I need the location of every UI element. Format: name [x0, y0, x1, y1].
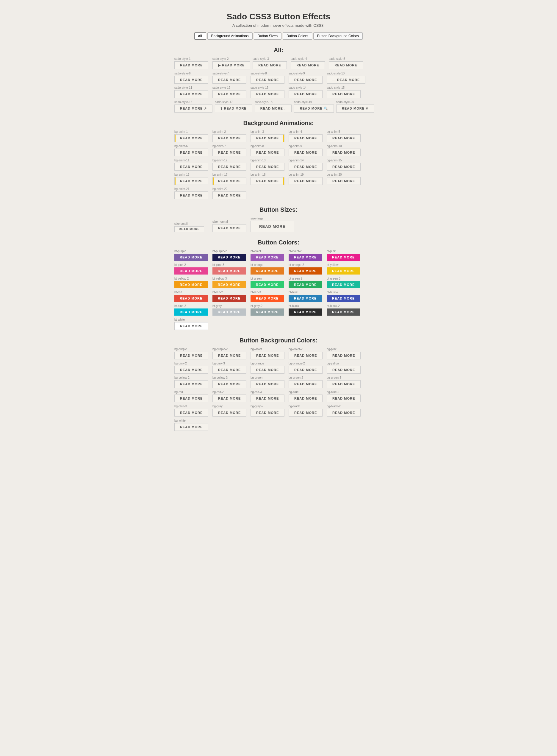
- btn-size-normal[interactable]: READ MORE: [212, 224, 246, 232]
- btn-bg-blue[interactable]: READ MORE: [289, 394, 323, 402]
- btn-bg-anim-9[interactable]: READ MORE: [289, 148, 323, 156]
- btn-sado-16[interactable]: READ MORE ↗: [174, 105, 212, 113]
- btn-bg-anim-7[interactable]: READ MORE: [212, 148, 246, 156]
- btn-bt-black[interactable]: READ MORE: [289, 308, 322, 316]
- btn-sado-12[interactable]: READ MORE: [212, 90, 246, 98]
- btn-bt-blue2[interactable]: READ MORE: [327, 295, 360, 302]
- btn-bg-red[interactable]: READ MORE: [174, 394, 208, 402]
- btn-sado-2[interactable]: ▶ READ MORE: [212, 61, 250, 69]
- btn-bt-red[interactable]: READ MORE: [174, 295, 208, 302]
- btn-sado-5[interactable]: READ MORE: [329, 61, 363, 69]
- filter-btn-colors[interactable]: Button Colors: [283, 32, 312, 39]
- btn-bg-anim-12[interactable]: READ MORE: [212, 163, 246, 171]
- btn-bg-purple2[interactable]: READ MORE: [212, 352, 246, 359]
- btn-bg-orange2[interactable]: READ MORE: [289, 366, 323, 374]
- btn-bg-anim-20[interactable]: READ MORE: [327, 177, 361, 185]
- btn-bt-gray[interactable]: READ MORE: [212, 308, 246, 316]
- btn-bt-red2[interactable]: READ MORE: [212, 295, 246, 302]
- btn-bt-green[interactable]: READ MORE: [251, 281, 284, 288]
- btn-bt-gray2[interactable]: READ MORE: [251, 308, 284, 316]
- btn-sado-3[interactable]: READ MORE: [253, 61, 287, 69]
- btn-bg-orange[interactable]: READ MORE: [251, 366, 285, 374]
- btn-bg-anim-4[interactable]: READ MORE: [289, 134, 323, 142]
- btn-bg-black2[interactable]: READ MORE: [327, 409, 361, 417]
- btn-bg-anim-19[interactable]: READ MORE: [289, 177, 323, 185]
- btn-bg-red2[interactable]: READ MORE: [212, 394, 246, 402]
- filter-btn-bg-colors[interactable]: Button Background Colors: [313, 32, 363, 39]
- btn-sado-20[interactable]: READ MORE ∨: [336, 105, 374, 113]
- btn-bg-anim-3[interactable]: READ MORE: [251, 134, 285, 142]
- filter-bg-anim[interactable]: Background Animations: [207, 32, 253, 39]
- filter-btn-sizes[interactable]: Button Sizes: [254, 32, 282, 39]
- btn-bg-yellow3[interactable]: READ MORE: [212, 380, 246, 388]
- btn-bg-anim-8[interactable]: READ MORE: [251, 148, 285, 156]
- btn-sado-14[interactable]: READ MORE: [289, 90, 323, 98]
- btn-bt-black2[interactable]: READ MORE: [327, 308, 360, 316]
- btn-bg-anim-14[interactable]: READ MORE: [289, 163, 323, 171]
- btn-bg-green2[interactable]: READ MORE: [289, 380, 323, 388]
- btn-bg-black[interactable]: READ MORE: [289, 409, 323, 417]
- btn-sado-19[interactable]: READ MORE 🔍: [294, 105, 333, 113]
- btn-bg-yellow[interactable]: READ MORE: [327, 366, 361, 374]
- btn-bt-yellow3[interactable]: READ MORE: [212, 281, 246, 288]
- btn-bg-white[interactable]: READ MORE: [174, 423, 208, 431]
- btn-bg-anim-1[interactable]: READ MORE: [174, 134, 208, 142]
- btn-bt-yellow2[interactable]: READ MORE: [174, 281, 208, 288]
- btn-bg-anim-21[interactable]: READ MORE: [174, 192, 208, 199]
- btn-bt-white[interactable]: READ MORE: [174, 322, 208, 330]
- btn-sado-18[interactable]: READ MORE ↓: [255, 105, 292, 112]
- btn-bg-anim-18[interactable]: READ MORE: [251, 177, 285, 185]
- btn-sado-4[interactable]: READ MORE: [291, 61, 325, 69]
- btn-bg-anim-16[interactable]: READ MORE: [174, 177, 208, 185]
- btn-bg-anim-6[interactable]: READ MORE: [174, 148, 208, 156]
- btn-bg-pink[interactable]: READ MORE: [327, 352, 361, 359]
- btn-bg-violet[interactable]: READ MORE: [251, 352, 285, 359]
- btn-size-large[interactable]: READ MORE: [251, 221, 294, 232]
- btn-bt-pink2[interactable]: READ MORE: [174, 268, 208, 275]
- btn-bt-pink[interactable]: READ MORE: [327, 254, 360, 261]
- btn-bt-yellow[interactable]: READ MORE: [327, 268, 360, 275]
- btn-sado-8[interactable]: READ MORE: [251, 76, 285, 84]
- btn-bg-blue2[interactable]: READ MORE: [327, 394, 361, 402]
- btn-bt-purple[interactable]: READ MORE: [174, 254, 208, 261]
- btn-bg-anim-22[interactable]: READ MORE: [212, 192, 246, 199]
- filter-all[interactable]: all: [194, 32, 206, 39]
- btn-bg-violet2[interactable]: READ MORE: [289, 352, 323, 359]
- btn-bt-blue[interactable]: READ MORE: [289, 295, 322, 302]
- btn-sado-6[interactable]: READ MORE: [174, 76, 208, 84]
- btn-bt-violet[interactable]: READ MORE: [251, 254, 284, 261]
- btn-bt-pink3[interactable]: READ MORE: [212, 268, 246, 275]
- btn-bt-purple2[interactable]: READ MORE: [212, 254, 246, 261]
- btn-sado-9[interactable]: READ MORE: [289, 76, 323, 84]
- btn-bt-orange[interactable]: READ MORE: [251, 268, 284, 275]
- btn-sado-17[interactable]: $ READ MORE: [215, 105, 252, 112]
- btn-bt-red3[interactable]: READ MORE: [251, 295, 284, 302]
- btn-sado-13[interactable]: READ MORE: [251, 90, 285, 98]
- btn-sado-15[interactable]: READ MORE: [327, 90, 361, 98]
- btn-bg-anim-5[interactable]: READ MORE: [327, 134, 361, 142]
- btn-bt-green2[interactable]: READ MORE: [289, 281, 322, 288]
- btn-bg-red3[interactable]: READ MORE: [251, 394, 285, 402]
- btn-bg-green[interactable]: READ MORE: [251, 380, 285, 388]
- btn-bg-purple[interactable]: READ MORE: [174, 352, 208, 359]
- btn-bg-gray[interactable]: READ MORE: [212, 409, 246, 417]
- btn-bt-orange2[interactable]: READ MORE: [289, 268, 322, 275]
- btn-sado-11[interactable]: READ MORE: [174, 90, 208, 98]
- btn-sado-1[interactable]: READ MORE: [174, 61, 208, 69]
- btn-bg-anim-2[interactable]: READ MORE: [212, 134, 246, 142]
- btn-bg-pink2[interactable]: READ MORE: [174, 366, 208, 374]
- btn-bt-blue3[interactable]: READ MORE: [174, 308, 208, 316]
- btn-bg-yellow2[interactable]: READ MORE: [174, 380, 208, 388]
- btn-sado-10[interactable]: — READ MORE: [327, 76, 365, 84]
- btn-bg-blue3[interactable]: READ MORE: [174, 409, 208, 417]
- btn-bg-gray2[interactable]: READ MORE: [251, 409, 285, 417]
- btn-bt-violet2[interactable]: READ MORE: [289, 254, 322, 261]
- btn-bg-green3[interactable]: READ MORE: [327, 380, 361, 388]
- btn-bg-anim-13[interactable]: READ MORE: [251, 163, 285, 171]
- btn-bg-anim-11[interactable]: READ MORE: [174, 163, 208, 171]
- btn-bg-pink3[interactable]: READ MORE: [212, 366, 246, 374]
- btn-bg-anim-15[interactable]: READ MORE: [327, 163, 361, 171]
- btn-sado-7[interactable]: READ MORE: [212, 76, 246, 84]
- btn-bg-anim-17[interactable]: READ MORE: [212, 177, 246, 185]
- btn-bt-green3[interactable]: READ MORE: [327, 281, 360, 288]
